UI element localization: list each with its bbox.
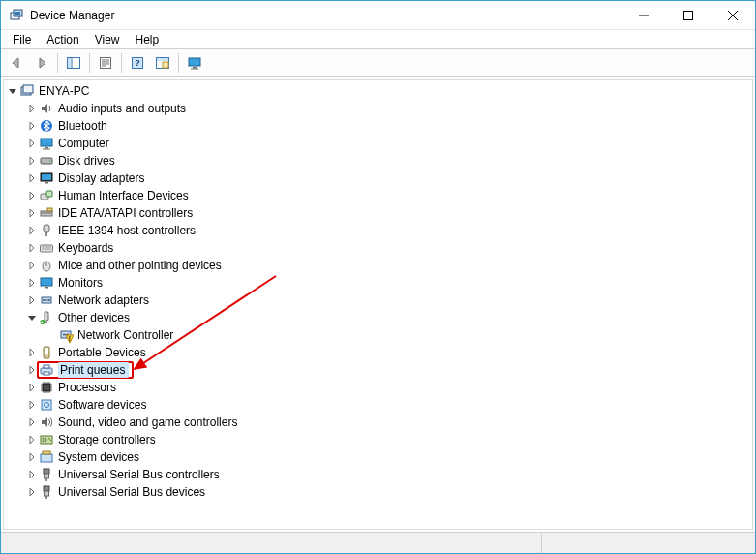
tree-category-usbctrl[interactable]: Universal Serial Bus controllers: [4, 466, 752, 483]
tree-category-label: Other devices: [58, 311, 130, 324]
toolbar-separator: [89, 53, 90, 73]
tree-category-display[interactable]: Display adapters: [4, 169, 752, 187]
chevron-right-icon[interactable]: [25, 119, 39, 133]
tree-category-label: Portable Devices: [58, 346, 146, 359]
tree-category-disk[interactable]: Disk drives: [4, 152, 752, 169]
monitors-icon: [39, 275, 54, 291]
chevron-right-icon[interactable]: [25, 416, 39, 429]
help-button[interactable]: ?: [126, 52, 149, 74]
chevron-right-icon[interactable]: [25, 450, 39, 464]
tree-category-computer[interactable]: Computer: [4, 135, 752, 152]
tree-category-keyboards[interactable]: Keyboards: [4, 239, 752, 257]
tree-category-portable[interactable]: Portable Devices: [4, 344, 752, 361]
chevron-down-icon[interactable]: [25, 311, 39, 324]
close-button[interactable]: [711, 1, 755, 30]
tree-category-label: Software devices: [58, 398, 146, 412]
chevron-right-icon[interactable]: [25, 346, 39, 359]
tree-category-label: Audio inputs and outputs: [58, 102, 186, 115]
app-icon: [9, 8, 24, 23]
svg-rect-87: [43, 451, 50, 454]
chevron-right-icon[interactable]: [25, 102, 39, 115]
tree-device-label: Network Controller: [77, 328, 173, 342]
computer-icon: [39, 136, 54, 151]
disk-icon: [39, 153, 54, 169]
chevron-right-icon[interactable]: [25, 293, 39, 307]
svg-rect-10: [101, 57, 111, 68]
chevron-down-icon[interactable]: [6, 84, 19, 98]
chevron-right-icon[interactable]: [25, 224, 39, 237]
audio-icon: [39, 101, 54, 116]
chevron-right-icon[interactable]: [25, 154, 39, 168]
tree-category-bluetooth[interactable]: Bluetooth: [4, 117, 752, 135]
maximize-button[interactable]: [666, 1, 711, 30]
tree-category-mice[interactable]: Mice and other pointing devices: [4, 257, 752, 274]
chevron-right-icon[interactable]: [25, 381, 39, 394]
menu-help[interactable]: Help: [128, 31, 167, 48]
other-icon: [39, 310, 54, 325]
tree-category-ieee1394[interactable]: IEEE 1394 host controllers: [4, 222, 752, 239]
tree-category-printq[interactable]: Print queues: [4, 361, 752, 379]
scan-hardware-button[interactable]: [151, 52, 174, 74]
properties-button[interactable]: [94, 52, 117, 74]
tree-category-label: IDE ATA/ATAPI controllers: [58, 206, 193, 220]
forward-button[interactable]: [30, 52, 53, 74]
back-button[interactable]: [5, 52, 28, 74]
tree-category-ide[interactable]: IDE ATA/ATAPI controllers: [4, 204, 752, 222]
tree-category-audio[interactable]: Audio inputs and outputs: [4, 100, 752, 117]
menu-action[interactable]: Action: [39, 31, 86, 48]
tree-category-system[interactable]: System devices: [4, 448, 752, 466]
monitor-button[interactable]: [183, 52, 206, 74]
tree-category-software[interactable]: Software devices: [4, 396, 752, 414]
chevron-right-icon[interactable]: [25, 189, 39, 202]
tree-category-label: IEEE 1394 host controllers: [58, 224, 196, 237]
svg-rect-82: [42, 400, 51, 410]
tree-category-label: Bluetooth: [58, 119, 107, 133]
tree-category-network[interactable]: Network adapters: [4, 292, 752, 309]
svg-rect-19: [163, 62, 168, 68]
chevron-right-icon[interactable]: [25, 276, 39, 290]
tree-category-processors[interactable]: Processors: [4, 379, 752, 396]
chevron-right-icon[interactable]: [25, 206, 39, 220]
statusbar: [1, 532, 755, 553]
show-hide-tree-button[interactable]: [62, 52, 85, 74]
storage-icon: [39, 432, 54, 447]
mice-icon: [39, 258, 54, 273]
device-tree: ENYA-PCAudio inputs and outputsBluetooth…: [4, 82, 752, 501]
chevron-right-icon[interactable]: [25, 468, 39, 481]
toolbar-separator: [57, 53, 58, 73]
tree-category-usbdev[interactable]: Universal Serial Bus devices: [4, 483, 752, 501]
tree-category-label: Computer: [58, 137, 109, 150]
menu-view[interactable]: View: [87, 31, 128, 48]
tree-category-sound[interactable]: Sound, video and game controllers: [4, 414, 752, 431]
minimize-button[interactable]: [621, 1, 666, 30]
svg-rect-39: [44, 225, 49, 232]
tree-category-monitors[interactable]: Monitors: [4, 274, 752, 292]
svg-rect-4: [684, 11, 693, 19]
chevron-right-icon[interactable]: [25, 259, 39, 272]
tree-category-label: Network adapters: [58, 293, 149, 307]
chevron-right-icon[interactable]: [25, 485, 39, 499]
chevron-right-icon[interactable]: [25, 171, 39, 185]
tree-category-hid[interactable]: Human Interface Devices: [4, 187, 752, 204]
chevron-right-icon[interactable]: [25, 433, 39, 446]
tree-root[interactable]: ENYA-PC: [4, 82, 752, 100]
svg-rect-64: [44, 372, 49, 375]
netctrl-icon: !: [58, 327, 74, 343]
svg-point-30: [49, 160, 51, 162]
svg-rect-91: [44, 486, 49, 491]
svg-rect-86: [41, 454, 52, 462]
tree-category-other[interactable]: Other devices: [4, 309, 752, 326]
chevron-right-icon[interactable]: [25, 241, 39, 255]
tree-device-netctrl[interactable]: !Network Controller: [4, 326, 752, 344]
svg-rect-20: [189, 58, 200, 66]
chevron-right-icon[interactable]: [25, 398, 39, 412]
usbctrl-icon: [39, 467, 54, 482]
device-tree-pane[interactable]: ENYA-PCAudio inputs and outputsBluetooth…: [3, 79, 753, 530]
software-icon: [39, 397, 54, 413]
menu-file[interactable]: File: [5, 31, 39, 48]
tree-category-label: Monitors: [58, 276, 103, 290]
chevron-right-icon[interactable]: [25, 137, 39, 150]
tree-category-storage[interactable]: Storage controllers: [4, 431, 752, 448]
usbdev-icon: [39, 484, 54, 500]
svg-rect-35: [46, 191, 52, 197]
